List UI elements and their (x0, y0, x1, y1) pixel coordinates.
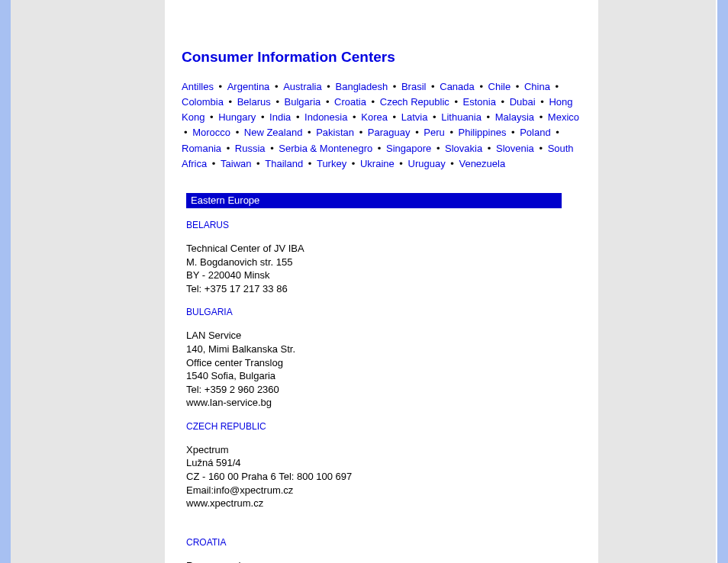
country-link[interactable]: Serbia & Montenegro (279, 143, 372, 154)
country-link[interactable]: Brasil (401, 81, 427, 92)
main-content: Consumer Information Centers Antilles • … (165, 0, 598, 563)
bullet-separator: • (449, 96, 463, 108)
bullet-separator: • (221, 143, 235, 154)
country-link[interactable]: Estonia (463, 96, 496, 108)
entry-line: BY - 220040 Minsk (186, 269, 580, 282)
entry-line: Email:info@xpectrum.cz (186, 484, 580, 497)
country-link[interactable]: Russia (235, 143, 266, 154)
country-link[interactable]: Australia (283, 81, 322, 92)
country-link[interactable]: Singapore (386, 143, 431, 154)
country-link[interactable]: Malaysia (495, 111, 534, 123)
bullet-separator: • (411, 127, 424, 138)
entry-line: LAN Service (186, 329, 580, 343)
entry-body: Technical Center of JV IBAM. Bogdanovich… (186, 242, 580, 295)
bullet-separator: • (496, 96, 510, 108)
entry-line: Renoprom d.o.o. (186, 559, 580, 563)
country-link[interactable]: Turkey (317, 158, 346, 169)
country-link[interactable]: Philippines (459, 127, 507, 138)
entry-line: www.lan-service.bg (186, 396, 580, 410)
region-header: Eastern Europe (186, 193, 562, 208)
entry-body: LAN Service140, Mimi Balkanska Str.Offic… (186, 329, 580, 409)
entry-line: Technical Center of JV IBA (186, 242, 580, 256)
country-link[interactable]: Ukraine (360, 158, 395, 169)
bullet-separator: • (482, 111, 495, 123)
country-link-list: Antilles • Argentina • Australia • Bangl… (182, 79, 580, 172)
right-strip (717, 0, 728, 563)
country-link[interactable]: Croatia (334, 96, 366, 108)
country-link[interactable]: Belarus (237, 96, 271, 108)
country-link[interactable]: Latvia (401, 111, 428, 123)
country-link[interactable]: Peru (424, 127, 444, 138)
country-link[interactable]: Korea (361, 111, 388, 123)
bullet-separator: • (536, 96, 549, 108)
bullet-separator: • (291, 111, 304, 123)
country-link[interactable]: Argentina (227, 81, 270, 92)
country-link[interactable]: Indonesia (304, 111, 347, 123)
left-gray-panel (11, 0, 165, 563)
bullet-separator: • (269, 81, 283, 92)
bullet-separator: • (372, 143, 386, 154)
entry-line: www.xpectrum.cz (186, 497, 580, 510)
bullet-separator: • (271, 96, 285, 108)
entries-container: BELARUSTechnical Center of JV IBAM. Bogd… (182, 219, 580, 563)
country-link[interactable]: Dubai (510, 96, 536, 108)
bullet-separator: • (207, 158, 221, 169)
bullet-separator: • (482, 143, 496, 154)
entry-country: CZECH REPUBLIC (186, 420, 580, 433)
bullet-separator: • (354, 127, 368, 138)
entry-line: Xpectrum (186, 443, 580, 457)
bullet-separator: • (534, 111, 548, 123)
bullet-separator: • (303, 158, 317, 169)
country-link[interactable]: Colombia (182, 96, 224, 108)
entry-body: XpectrumLužná 591/4CZ - 160 00 Praha 6 T… (186, 443, 580, 510)
page-frame: Consumer Information Centers Antilles • … (0, 0, 728, 563)
country-link[interactable]: Uruguay (408, 158, 446, 169)
entry-line: Tel: +359 2 960 2360 (186, 383, 580, 397)
center-entry: BELARUSTechnical Center of JV IBAM. Bogd… (186, 219, 580, 295)
entry-country: BULGARIA (186, 306, 580, 318)
center-entry: BULGARIALAN Service140, Mimi Balkanska S… (186, 306, 580, 409)
country-link[interactable]: New Zealand (244, 127, 303, 138)
bullet-separator: • (321, 96, 334, 108)
bullet-separator: • (431, 143, 445, 154)
entry-line: Office center Translog (186, 356, 580, 370)
bullet-separator: • (388, 81, 401, 92)
bullet-separator: • (550, 81, 561, 92)
country-link[interactable]: Poland (520, 127, 550, 138)
bullet-separator: • (426, 81, 440, 92)
bullet-separator: • (445, 127, 459, 138)
bullet-separator: • (266, 143, 279, 154)
country-link[interactable]: Taiwan (221, 158, 251, 169)
country-link[interactable]: Antilles (182, 81, 214, 92)
bullet-separator: • (347, 111, 361, 123)
country-link[interactable]: Morocco (192, 127, 230, 138)
entry-country: BELARUS (186, 219, 580, 231)
country-link[interactable]: Thailand (265, 158, 303, 169)
bullet-separator: • (230, 127, 244, 138)
bullet-separator: • (506, 127, 520, 138)
country-link[interactable]: Paraguay (368, 127, 411, 138)
bullet-separator: • (256, 111, 269, 123)
country-link[interactable]: Bulgaria (285, 96, 321, 108)
country-link[interactable]: Slovakia (445, 143, 482, 154)
entry-line: 140, Mimi Balkanska Str. (186, 343, 580, 356)
entry-body: Renoprom d.o.o.Mlinska 5, StrmecHR - 414… (186, 559, 580, 563)
country-link[interactable]: Chile (488, 81, 511, 92)
bullet-separator: • (427, 111, 441, 123)
country-link[interactable]: China (524, 81, 550, 92)
country-link[interactable]: Canada (440, 81, 475, 92)
country-link[interactable]: Romania (182, 143, 221, 154)
country-link[interactable]: Bangladesh (336, 81, 388, 92)
country-link[interactable]: Venezuela (459, 158, 505, 169)
right-gray-panel (598, 0, 716, 563)
country-link[interactable]: Czech Republic (380, 96, 449, 108)
center-entry: CROATIARenoprom d.o.o.Mlinska 5, StrmecH… (186, 536, 580, 563)
country-link[interactable]: Pakistan (316, 127, 354, 138)
country-link[interactable]: Lithuania (441, 111, 482, 123)
country-link[interactable]: India (269, 111, 291, 123)
bullet-separator: • (346, 158, 360, 169)
country-link[interactable]: Mexico (548, 111, 579, 123)
bullet-separator: • (534, 143, 548, 154)
country-link[interactable]: Slovenia (496, 143, 534, 154)
country-link[interactable]: Hungary (218, 111, 256, 123)
